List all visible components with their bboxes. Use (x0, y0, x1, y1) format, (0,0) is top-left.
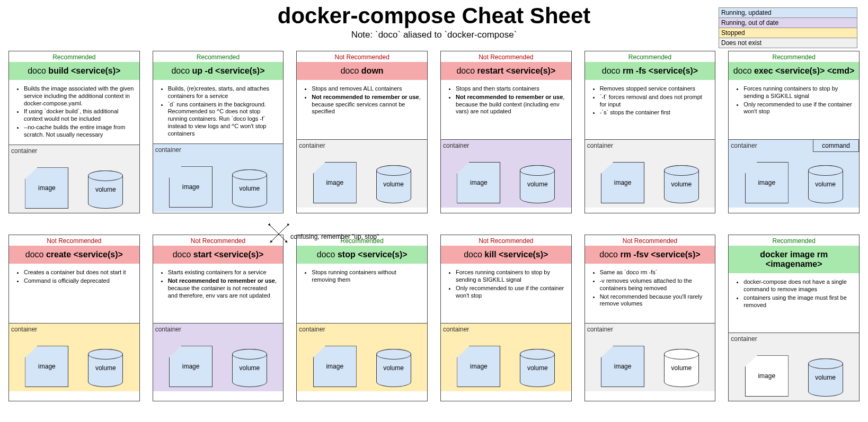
recommendation-label: Not Recommended (441, 235, 571, 246)
container-state: containerimagevolume (153, 323, 284, 391)
container-state: containerimagevolume (585, 323, 715, 391)
recommendation-label: Not Recommended (441, 51, 571, 62)
command-description: Builds the image associated with the giv… (9, 80, 139, 145)
command-card: Not Recommendeddoco downStops and remove… (296, 51, 428, 213)
recommendation-label: Recommended (729, 235, 859, 246)
container-state: containerimagevolume (9, 145, 139, 213)
recommendation-label: Recommended (9, 51, 139, 62)
recommendation-label: Not Recommended (585, 235, 715, 246)
recommendation-label: Recommended (153, 51, 284, 62)
recommendation-label: Recommended (585, 51, 715, 62)
container-label: container (587, 326, 613, 333)
volume-icon: volume (376, 349, 411, 387)
command-description: Builds, (re)creates, starts, and attache… (153, 80, 284, 143)
command-description: Forces running containers to stop by sen… (441, 264, 571, 323)
image-icon: image (169, 166, 212, 208)
volume-icon: volume (88, 349, 123, 387)
command-card: Not Recommendeddoco restart <service(s)>… (440, 51, 572, 213)
command-card: Recommendeddocker image rm <imagename>do… (728, 235, 860, 401)
command-card: Recommendeddoco exec <service(s)> <cmd>F… (728, 51, 860, 213)
image-icon: image (601, 346, 644, 387)
volume-icon: volume (664, 165, 699, 203)
volume-icon: volume (808, 165, 843, 203)
container-label: container (299, 326, 325, 333)
command-overlay: command (813, 140, 859, 152)
legend-row: Stopped (719, 28, 857, 38)
command-description: Same as `doco rm -fs`-v removes volumes … (585, 264, 715, 323)
image-icon: image (457, 346, 500, 387)
command-header: doco stop <service(s)> (297, 246, 427, 264)
command-card: Not Recommendeddoco start <service(s)>St… (153, 235, 284, 401)
command-header: doco rm -fs <service(s)> (585, 62, 715, 80)
image-icon: image (313, 346, 357, 387)
command-description: Starts existing containers for a service… (153, 264, 284, 323)
container-label: container (731, 335, 757, 343)
command-header: doco exec <service(s)> <cmd> (729, 62, 859, 80)
legend: Running, updatedRunning, out of dateStop… (719, 7, 857, 48)
volume-icon: volume (376, 165, 411, 203)
container-label: container (299, 142, 325, 149)
volume-icon: volume (520, 165, 555, 203)
volume-icon: volume (664, 349, 699, 387)
command-header: docker image rm <imagename> (729, 246, 859, 273)
container-label: container (443, 326, 469, 333)
command-card: Recommendeddoco build <service(s)>Builds… (8, 51, 140, 213)
cross-note: confusing, remember "up, stop" (290, 233, 379, 240)
command-description: Removes stopped service containers`-f` f… (585, 80, 715, 139)
command-description: Stops running containers without removin… (297, 264, 427, 323)
command-header: doco build <service(s)> (9, 62, 139, 80)
cross-arrows-icon (268, 223, 289, 245)
command-card: Recommendeddoco stop <service(s)>Stops r… (296, 235, 428, 401)
command-card: Recommendeddoco rm -fs <service(s)>Remov… (584, 51, 716, 213)
image-icon: image (25, 167, 68, 209)
container-state: containerimagevolume (441, 323, 571, 391)
container-state: containerimagevolume (297, 139, 427, 208)
command-description: Stops and then starts containersNot reco… (441, 80, 571, 139)
image-icon: image (169, 346, 212, 387)
volume-icon: volume (520, 349, 555, 387)
container-state: containerimagevolume (585, 139, 715, 208)
command-description: Stops and removes ALL containersNot reco… (297, 80, 427, 139)
recommendation-label: Not Recommended (9, 235, 139, 246)
command-card: Not Recommendeddoco kill <service(s)>For… (440, 235, 572, 401)
legend-row: Does not exist (719, 38, 857, 48)
command-header: doco rm -fsv <service(s)> (585, 246, 715, 264)
command-card: Recommendeddoco up -d <service(s)>Builds… (153, 51, 284, 213)
container-label: container (11, 147, 37, 155)
command-card: Not Recommendeddoco create <service(s)>C… (8, 235, 140, 401)
container-label: container (11, 326, 37, 333)
image-icon: image (745, 162, 789, 203)
command-header: doco kill <service(s)> (441, 246, 571, 264)
volume-icon: volume (808, 358, 843, 397)
command-header: doco create <service(s)> (9, 246, 139, 264)
volume-icon: volume (232, 169, 267, 208)
legend-row: Running, out of date (719, 18, 857, 28)
cheat-sheet-page: docker-compose Cheat Sheet Note: `doco` … (0, 3, 868, 412)
command-header: doco start <service(s)> (153, 246, 284, 264)
container-state: containercommandimagevolume (729, 139, 859, 208)
command-header: doco restart <service(s)> (441, 62, 571, 80)
container-label: container (731, 142, 757, 149)
container-state: containerimagevolume (441, 139, 571, 208)
image-icon: image (457, 162, 500, 203)
container-state: containerimagevolume (297, 323, 427, 391)
image-icon: image (313, 162, 357, 203)
command-description: docker-compose does not have a single co… (729, 273, 859, 333)
container-label: container (155, 146, 181, 154)
container-label: container (443, 142, 469, 149)
recommendation-label: Recommended (729, 51, 859, 62)
container-state: containerimagevolume (729, 333, 859, 401)
command-description: Forces running containers to stop by sen… (729, 80, 859, 139)
legend-row: Running, updated (719, 8, 857, 18)
volume-icon: volume (88, 170, 123, 209)
command-description: Creates a container but does not start i… (9, 264, 139, 323)
container-state: containerimagevolume (9, 323, 139, 391)
image-icon: image (601, 162, 644, 203)
recommendation-label: Not Recommended (297, 51, 427, 62)
container-state: containerimagevolume (153, 143, 284, 212)
card-grid: Recommendeddoco build <service(s)>Builds… (0, 40, 868, 412)
command-header: doco down (297, 62, 427, 80)
recommendation-label: Not Recommended (153, 235, 284, 246)
volume-icon: volume (232, 349, 267, 387)
command-header: doco up -d <service(s)> (153, 62, 284, 80)
